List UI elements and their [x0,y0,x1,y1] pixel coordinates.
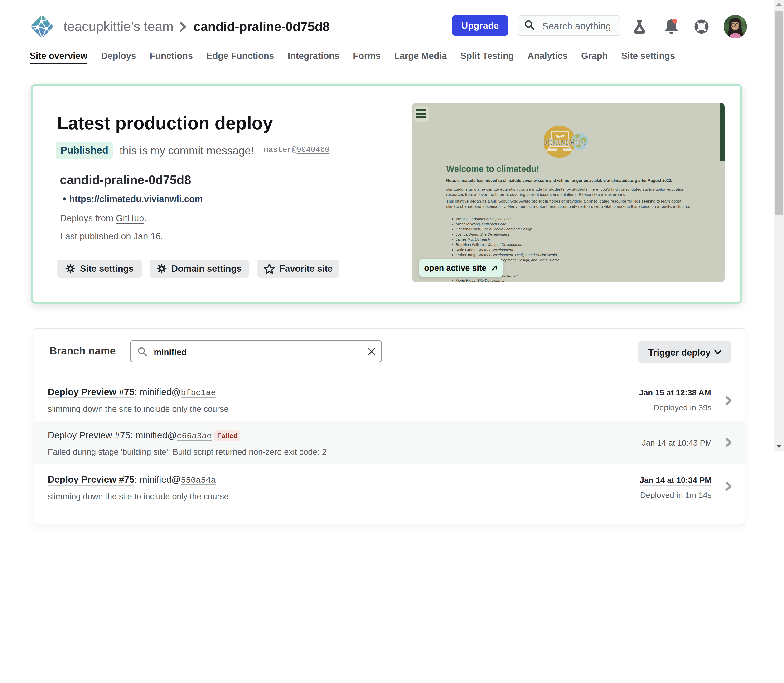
svg-text:climatedu: climatedu [544,136,585,147]
